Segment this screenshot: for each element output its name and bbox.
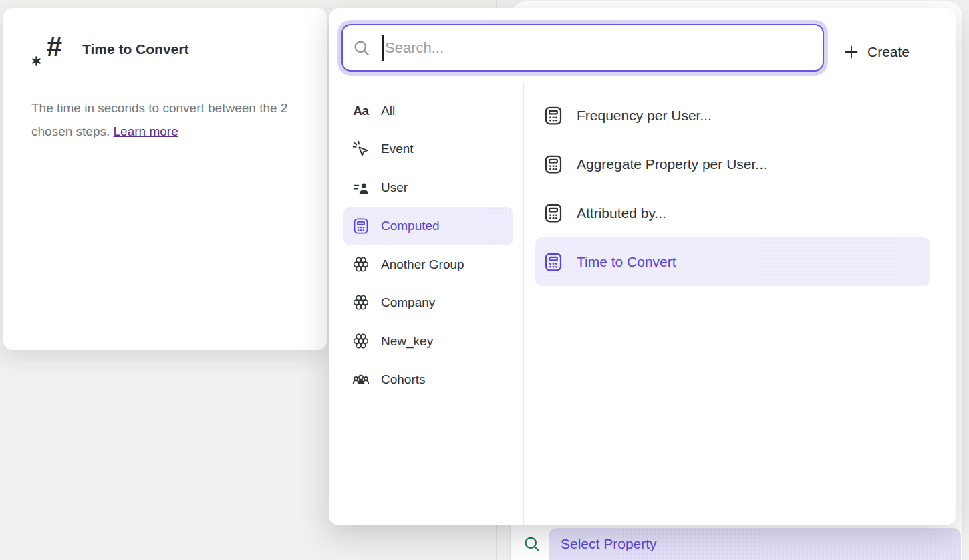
calculator-icon [543,252,563,272]
text-cursor [382,35,384,61]
tooltip-title: Time to Convert [82,41,188,57]
result-item-attributed-by[interactable]: Attributed by... [535,188,930,237]
category-label: Computed [381,219,440,233]
result-item-time-to-convert[interactable]: Time to Convert [535,237,930,286]
category-item-computed[interactable]: Computed [343,207,513,246]
category-item-user[interactable]: User [343,168,513,207]
create-button[interactable]: Create [843,37,910,67]
result-label: Time to Convert [577,254,676,270]
search-icon [523,535,541,553]
category-label: New_key [381,334,433,349]
cursor-click-icon [352,140,370,158]
property-results-list: Frequency per User... Aggregate Property… [524,91,956,286]
category-label: All [381,104,395,118]
user-list-icon [352,179,370,196]
category-item-cohorts[interactable]: Cohorts [343,361,513,400]
result-item-frequency-per-user[interactable]: Frequency per User... [535,91,930,140]
select-property-label: Select Property [561,536,657,552]
cohorts-people-icon [352,371,370,388]
tooltip-description: The time in seconds to convert between t… [31,96,307,143]
group-cluster-icon [352,333,370,350]
numeric-hash-star-icon: # [31,32,62,67]
result-label: Frequency per User... [577,108,712,124]
select-property-control[interactable]: Select Property [523,528,961,560]
category-item-new-key[interactable]: New_key [343,322,513,361]
category-label: User [381,180,408,195]
group-cluster-icon [352,256,370,273]
search-focus-halo [337,20,828,76]
search-icon [352,39,371,57]
text-aa-icon: Aa [352,102,370,120]
category-list: Aa All Event User Computed Another Group… [329,92,523,399]
group-cluster-icon [352,294,370,311]
calculator-icon [543,106,563,126]
property-tooltip-card: # Time to Convert The time in seconds to… [3,8,327,350]
calculator-icon [543,203,563,223]
calculator-icon [543,154,563,174]
result-label: Attributed by... [577,205,666,221]
category-item-company[interactable]: Company [343,284,513,323]
search-field[interactable] [341,24,824,72]
category-item-all[interactable]: Aa All [343,92,513,130]
category-item-event[interactable]: Event [343,130,513,169]
category-label: Cohorts [381,372,426,387]
calculator-icon [352,217,370,235]
category-label: Company [381,295,435,310]
category-label: Event [381,142,414,156]
learn-more-link[interactable]: Learn more [114,124,178,138]
category-item-another-group[interactable]: Another Group [343,245,513,284]
search-input[interactable] [385,39,823,57]
category-label: Another Group [381,257,464,272]
property-picker-popover: Create Aa All Event User Computed Anothe… [329,8,956,525]
result-label: Aggregate Property per User... [577,156,767,172]
create-button-label: Create [867,44,910,60]
plus-icon [843,44,859,60]
select-property-field[interactable]: Select Property [549,528,961,560]
result-item-aggregate-property-per-user[interactable]: Aggregate Property per User... [535,140,930,188]
